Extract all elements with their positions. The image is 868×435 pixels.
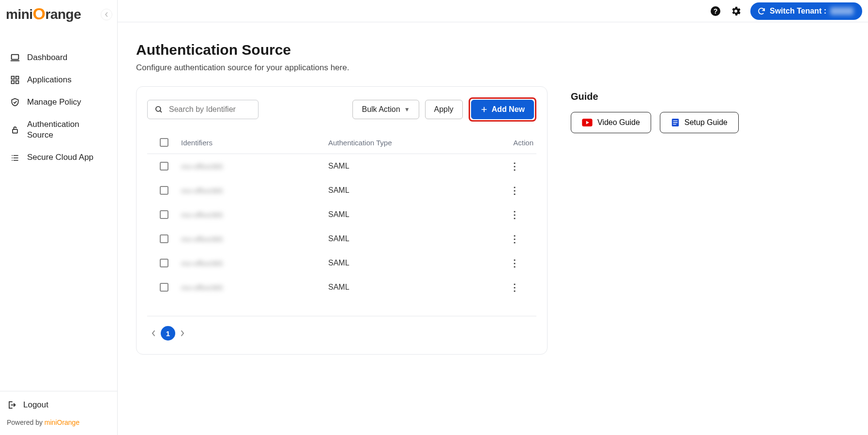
identifier-blurred: mo-office365 [181, 283, 328, 292]
identifier-blurred: mo-office365 [181, 235, 328, 243]
powered-link[interactable]: miniOrange [45, 419, 79, 426]
row-checkbox[interactable] [160, 186, 168, 195]
auth-type-value: SAML [328, 283, 493, 292]
search-icon [154, 105, 163, 114]
help-button[interactable]: ? [710, 5, 721, 17]
auth-type-value: SAML [328, 162, 493, 171]
col-action: Action [493, 139, 536, 147]
add-new-button[interactable]: Add New [471, 100, 534, 119]
auth-type-value: SAML [328, 210, 493, 219]
table-row: mo-office365SAML⋮ [147, 202, 536, 227]
grid-icon [10, 75, 20, 85]
table-header: Identifiers Authentication Type Action [147, 132, 536, 154]
svg-rect-3 [12, 81, 15, 84]
row-checkbox[interactable] [160, 234, 168, 243]
sidebar: miniOrange Dashboard Applications [0, 0, 118, 435]
sidebar-item-label: Dashboard [27, 52, 67, 63]
table-row: mo-office365SAML⋮ [147, 154, 536, 178]
svg-rect-5 [13, 130, 17, 134]
chevron-down-icon: ▼ [404, 106, 410, 113]
auth-type-value: SAML [328, 234, 493, 243]
sidebar-item-label: Manage Policy [27, 97, 81, 108]
table-row: mo-office365SAML⋮ [147, 275, 536, 299]
auth-type-value: SAML [328, 186, 493, 195]
page-current[interactable]: 1 [161, 326, 175, 341]
identifier-blurred: mo-office365 [181, 186, 328, 195]
guide-title: Guide [571, 91, 739, 102]
col-identifiers: Identifiers [181, 139, 328, 147]
sidebar-item-label: Authentication Source [27, 119, 100, 140]
powered-by: Powered by miniOrange [0, 414, 117, 435]
switch-tenant-label: Switch Tenant : [770, 7, 826, 16]
svg-point-8 [156, 107, 161, 111]
col-auth-type: Authentication Type [328, 139, 493, 147]
add-new-highlight: Add New [469, 97, 536, 122]
sidebar-item-manage-policy[interactable]: Manage Policy [0, 91, 117, 113]
list-icon [10, 153, 20, 163]
svg-rect-1 [12, 77, 15, 79]
apply-button[interactable]: Apply [425, 100, 463, 119]
setup-guide-button[interactable]: Setup Guide [660, 112, 739, 133]
row-checkbox[interactable] [160, 283, 168, 292]
tenant-name-blurred [830, 7, 853, 15]
auth-source-panel: Bulk Action ▼ Apply Add New [136, 86, 548, 355]
shield-icon [10, 97, 20, 107]
logout-label: Logout [23, 400, 48, 410]
page-prev[interactable] [151, 330, 156, 337]
lock-icon [10, 125, 20, 135]
table-row: mo-office365SAML⋮ [147, 251, 536, 275]
sidebar-item-label: Applications [27, 75, 72, 85]
page-subtitle: Configure authentication source for your… [136, 63, 850, 73]
identifier-blurred: mo-office365 [181, 211, 328, 219]
video-guide-button[interactable]: Video Guide [571, 112, 651, 133]
sidebar-item-applications[interactable]: Applications [0, 69, 117, 91]
logout-button[interactable]: Logout [0, 391, 117, 414]
row-checkbox[interactable] [160, 259, 168, 267]
guide-panel: Guide Video Guide Setup Guid [571, 86, 739, 355]
sidebar-nav: Dashboard Applications Manage Policy Aut… [0, 29, 117, 391]
row-checkbox[interactable] [160, 162, 168, 171]
auth-type-value: SAML [328, 259, 493, 267]
youtube-icon [582, 119, 593, 126]
table-row: mo-office365SAML⋮ [147, 178, 536, 202]
table-row: mo-office365SAML⋮ [147, 227, 536, 251]
sidebar-item-label: Secure Cloud App [27, 152, 93, 163]
switch-tenant-button[interactable]: Switch Tenant : [750, 2, 862, 20]
topbar: ? Switch Tenant : [118, 0, 868, 22]
laptop-icon [10, 52, 20, 63]
page-title: Authentication Source [136, 42, 850, 58]
sidebar-item-dashboard[interactable]: Dashboard [0, 47, 117, 69]
sidebar-item-authentication-source[interactable]: Authentication Source [0, 113, 117, 146]
plus-icon [480, 106, 488, 113]
sidebar-collapse-button[interactable] [101, 9, 112, 20]
svg-rect-0 [12, 55, 19, 60]
main: ? Switch Tenant : Authentication Source … [118, 0, 868, 435]
row-action-menu[interactable]: ⋮ [493, 185, 536, 196]
row-action-menu[interactable]: ⋮ [493, 233, 536, 245]
search-input[interactable] [169, 105, 251, 114]
svg-rect-4 [16, 81, 19, 84]
sidebar-item-secure-cloud-app[interactable]: Secure Cloud App [0, 146, 117, 169]
brand-logo: miniOrange [6, 5, 81, 24]
pagination: 1 [147, 316, 536, 341]
identifier-blurred: mo-office365 [181, 259, 328, 267]
table-rows: mo-office365SAML⋮mo-office365SAML⋮mo-off… [147, 154, 536, 299]
page-next[interactable] [180, 330, 185, 337]
bulk-action-dropdown[interactable]: Bulk Action ▼ [352, 100, 419, 119]
sync-icon [757, 7, 766, 16]
svg-text:?: ? [714, 7, 718, 15]
row-action-menu[interactable]: ⋮ [493, 209, 536, 220]
row-action-menu[interactable]: ⋮ [493, 281, 536, 293]
row-checkbox[interactable] [160, 210, 168, 219]
identifier-blurred: mo-office365 [181, 162, 328, 171]
search-input-wrap [147, 100, 259, 119]
row-action-menu[interactable]: ⋮ [493, 257, 536, 269]
document-icon [671, 118, 680, 127]
logout-icon [7, 400, 16, 410]
select-all-checkbox[interactable] [160, 138, 168, 147]
settings-button[interactable] [730, 5, 742, 17]
row-action-menu[interactable]: ⋮ [493, 160, 536, 172]
svg-rect-2 [16, 77, 19, 79]
